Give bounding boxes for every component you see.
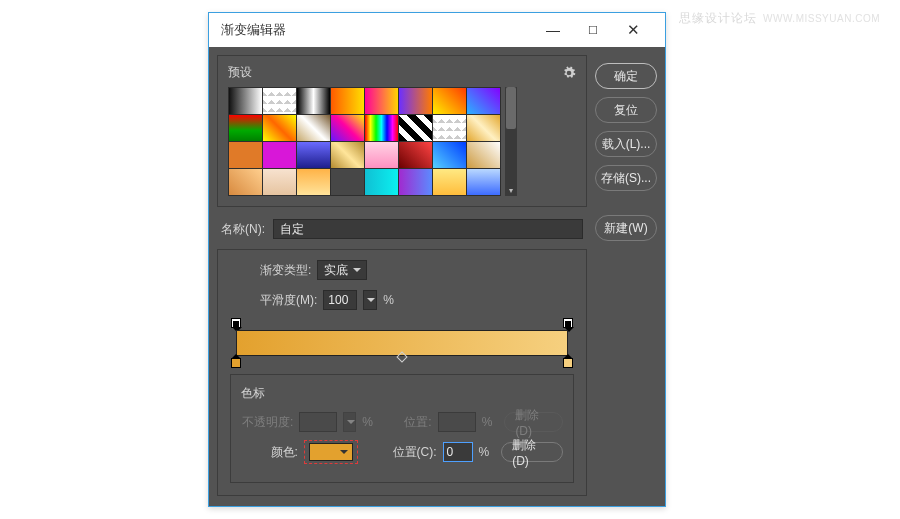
gradient-bar[interactable] xyxy=(236,330,568,356)
name-label: 名称(N): xyxy=(221,221,265,238)
preset-swatch[interactable] xyxy=(365,115,398,141)
preset-swatch[interactable] xyxy=(297,142,330,168)
preset-swatch[interactable] xyxy=(297,169,330,195)
presets-label: 预设 xyxy=(228,64,562,81)
preset-swatch[interactable] xyxy=(263,88,296,114)
preset-swatch[interactable] xyxy=(365,88,398,114)
window-maximize-button[interactable]: ☐ xyxy=(573,24,613,37)
presets-listbox[interactable]: ▾ xyxy=(228,87,576,196)
window-close-button[interactable]: ✕ xyxy=(613,21,653,39)
opacity-label: 不透明度: xyxy=(241,414,293,431)
preset-swatch[interactable] xyxy=(365,142,398,168)
preset-swatch[interactable] xyxy=(263,169,296,195)
opacity-unit: % xyxy=(362,415,373,429)
window-title: 渐变编辑器 xyxy=(221,21,286,39)
opacity-position-label: 位置: xyxy=(399,414,431,431)
opacity-stop-left[interactable] xyxy=(231,318,241,328)
opacity-stop-right[interactable] xyxy=(563,318,573,328)
watermark: 思缘设计论坛WWW.MISSYUAN.COM xyxy=(679,10,880,27)
preset-swatch[interactable] xyxy=(433,88,466,114)
smoothness-label: 平滑度(M): xyxy=(260,292,317,309)
stops-header: 色标 xyxy=(241,385,563,402)
preset-swatch[interactable] xyxy=(229,115,262,141)
opacity-dropdown xyxy=(343,412,356,432)
preset-swatch[interactable] xyxy=(297,115,330,141)
preset-swatch[interactable] xyxy=(467,115,500,141)
chevron-down-icon[interactable]: ▾ xyxy=(505,184,517,196)
color-position-input[interactable] xyxy=(443,442,473,462)
preset-swatch[interactable] xyxy=(263,115,296,141)
preset-swatch[interactable] xyxy=(399,142,432,168)
color-position-unit: % xyxy=(479,445,490,459)
preset-swatch[interactable] xyxy=(433,115,466,141)
new-button[interactable]: 新建(W) xyxy=(595,215,657,241)
preset-swatch[interactable] xyxy=(399,115,432,141)
gradient-editor-window: 渐变编辑器 — ☐ ✕ 预设 xyxy=(208,12,666,507)
presets-scrollbar[interactable]: ▾ xyxy=(505,87,517,196)
preset-swatch[interactable] xyxy=(331,142,364,168)
delete-opacity-stop-button: 删除(D) xyxy=(504,412,563,432)
gradient-settings-panel: 渐变类型: 实底 平滑度(M): % xyxy=(217,249,587,496)
gradient-type-label: 渐变类型: xyxy=(260,262,311,279)
name-input[interactable] xyxy=(273,219,583,239)
preset-swatch[interactable] xyxy=(229,88,262,114)
preset-swatch[interactable] xyxy=(331,88,364,114)
smoothness-dropdown[interactable] xyxy=(363,290,377,310)
titlebar: 渐变编辑器 — ☐ ✕ xyxy=(209,13,665,47)
ok-button[interactable]: 确定 xyxy=(595,63,657,89)
gradient-type-select[interactable]: 实底 xyxy=(317,260,367,280)
opacity-position-input xyxy=(438,412,476,432)
scrollbar-thumb[interactable] xyxy=(506,87,516,129)
preset-swatch[interactable] xyxy=(433,142,466,168)
window-minimize-button[interactable]: — xyxy=(533,22,573,38)
reset-button[interactable]: 复位 xyxy=(595,97,657,123)
preset-swatch[interactable] xyxy=(229,142,262,168)
preset-swatch[interactable] xyxy=(263,142,296,168)
delete-color-stop-button[interactable]: 删除(D) xyxy=(501,442,563,462)
preset-swatch[interactable] xyxy=(433,169,466,195)
preset-swatch[interactable] xyxy=(365,169,398,195)
color-swatch[interactable] xyxy=(309,443,353,461)
preset-swatch[interactable] xyxy=(467,142,500,168)
presets-panel: 预设 xyxy=(217,55,587,207)
opacity-input xyxy=(299,412,337,432)
preset-swatch[interactable] xyxy=(399,169,432,195)
color-stop-right[interactable] xyxy=(563,358,573,368)
preset-swatch[interactable] xyxy=(331,169,364,195)
preset-swatch[interactable] xyxy=(229,169,262,195)
load-button[interactable]: 载入(L)... xyxy=(595,131,657,157)
preset-swatch[interactable] xyxy=(297,88,330,114)
smoothness-input[interactable] xyxy=(323,290,357,310)
dialog-actions: 确定 复位 载入(L)... 存储(S)... 新建(W) xyxy=(595,55,657,496)
opacity-position-unit: % xyxy=(482,415,493,429)
preset-swatch[interactable] xyxy=(331,115,364,141)
preset-swatch[interactable] xyxy=(467,169,500,195)
stops-panel: 色标 不透明度: % 位置: % 删除(D) 颜色: xyxy=(230,374,574,483)
preset-swatch[interactable] xyxy=(467,88,500,114)
smoothness-unit: % xyxy=(383,293,394,307)
save-button[interactable]: 存储(S)... xyxy=(595,165,657,191)
color-stop-left[interactable] xyxy=(231,358,241,368)
color-position-label: 位置(C): xyxy=(386,444,437,461)
color-highlight-outline xyxy=(304,440,358,464)
gear-icon[interactable] xyxy=(562,66,576,80)
preset-swatch[interactable] xyxy=(399,88,432,114)
color-label: 颜色: xyxy=(241,444,298,461)
